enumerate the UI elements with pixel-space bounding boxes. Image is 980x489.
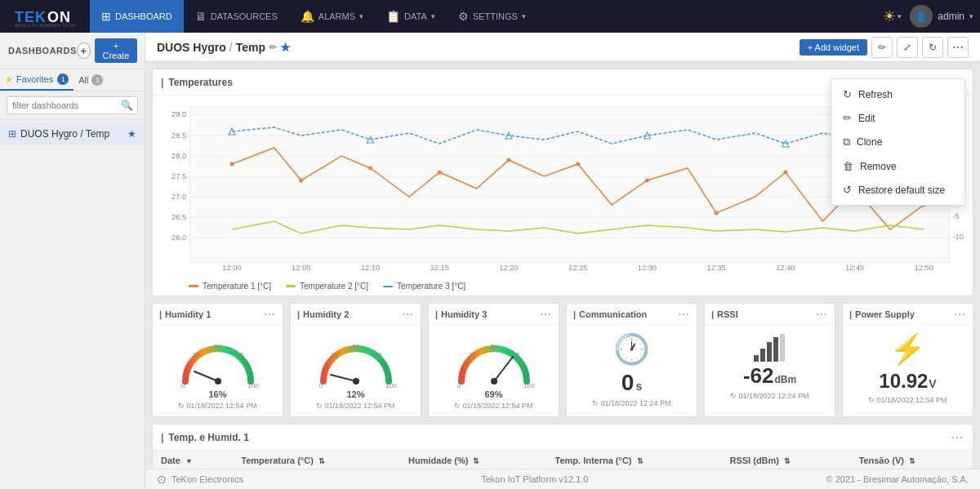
- edit-title-icon[interactable]: ✏: [269, 42, 277, 53]
- power-supply-menu-btn[interactable]: ⋯: [954, 308, 966, 321]
- svg-text:50: 50: [352, 343, 359, 350]
- humidity3-widget: | Humidity 3 ⋯: [428, 303, 559, 417]
- user-area[interactable]: 👤 admin ▾: [910, 5, 973, 28]
- humidity3-menu-btn[interactable]: ⋯: [540, 308, 552, 321]
- col-date[interactable]: Date ▼: [153, 451, 233, 469]
- communication-menu-btn[interactable]: ⋯: [678, 308, 690, 321]
- nav-item-alarms[interactable]: 🔔 ALARMS ▾: [289, 0, 375, 33]
- humidity1-widget: | Humidity 1 ⋯: [152, 303, 283, 417]
- gauges-row: | Humidity 1 ⋯: [152, 303, 973, 417]
- svg-rect-80: [780, 334, 785, 362]
- svg-text:75: 75: [236, 351, 243, 358]
- legend-temp2: Temperature 2 [°C]: [286, 282, 368, 291]
- svg-point-41: [438, 171, 442, 175]
- svg-text:12:10: 12:10: [361, 264, 380, 272]
- svg-text:100: 100: [385, 382, 397, 388]
- edit-dropdown-icon: ✏: [843, 112, 852, 124]
- humidity3-gauge: 0 25 50 75 100: [449, 332, 539, 388]
- remove-dropdown-icon: 🗑: [843, 160, 853, 172]
- list-item[interactable]: ⊞ DUOS Hygro / Temp ★: [0, 123, 145, 144]
- topbar-separator: /: [229, 41, 233, 54]
- svg-rect-76: [754, 355, 759, 362]
- humidity1-menu-btn[interactable]: ⋯: [264, 308, 276, 321]
- svg-point-61: [215, 378, 221, 385]
- svg-text:0: 0: [318, 382, 323, 388]
- svg-text:50: 50: [490, 343, 497, 350]
- nav-item-dashboard[interactable]: ⊞ DASHBOARD: [90, 0, 184, 33]
- refresh-btn[interactable]: ↻: [922, 37, 943, 58]
- table-menu-btn[interactable]: ⋯: [951, 429, 964, 445]
- datasources-label: DATASOURCES: [211, 11, 278, 21]
- add-widget-button[interactable]: + Add widget: [800, 39, 867, 56]
- sidebar: DASHBOARDS + + Create ★ Favorites 1 All …: [0, 33, 145, 489]
- footer-brand: ⊙ TeKon Electronics: [157, 473, 243, 486]
- clone-label: Clone: [857, 136, 882, 148]
- table-title: | Temp. e Humid. 1: [161, 432, 249, 443]
- col-temperatura[interactable]: Temperatura (°C) ⇅: [233, 451, 400, 469]
- search-icon: 🔍: [121, 100, 133, 111]
- settings-caret-icon: ▾: [522, 12, 526, 20]
- datasources-icon: 🖥: [195, 10, 207, 23]
- col-tensao[interactable]: Tensão (V) ⇅: [850, 451, 973, 469]
- footer: ⊙ TeKon Electronics Tekon IoT Platform v…: [145, 469, 980, 489]
- tab-favorites[interactable]: ★ Favorites 1: [0, 69, 74, 91]
- refresh-small-icon2: ↻: [316, 402, 323, 410]
- topbar: DUOS Hygro / Temp ✏ ★ + Add widget ✏ ⤢ ↻…: [145, 33, 980, 62]
- dropdown-item-edit[interactable]: ✏ Edit: [831, 106, 964, 130]
- brand-logo: TEK ON WIRELESS SENSORY TECHNOLOGY: [7, 6, 82, 27]
- col-humidade[interactable]: Humidade (%) ⇅: [400, 451, 546, 469]
- rssi-menu-btn[interactable]: ⋯: [816, 308, 828, 321]
- svg-text:100: 100: [523, 382, 535, 388]
- svg-text:29.0: 29.0: [172, 110, 186, 118]
- humidity2-gauge: 0 25 50 75 100: [311, 332, 401, 388]
- humidity1-content: 0 25 50 75 100 16% ↻ 01/18/2022 1: [153, 326, 283, 416]
- data-icon: 📋: [386, 10, 400, 23]
- dropdown-item-restore[interactable]: ↺ Restore default size: [831, 178, 964, 202]
- humidity2-value: 12%: [346, 389, 364, 399]
- dropdown-item-clone[interactable]: ⧉ Clone: [831, 130, 964, 154]
- dashboard-label: DASHBOARD: [115, 11, 172, 21]
- communication-timestamp: ↻ 01/18/2022 12:24 PM: [592, 399, 670, 407]
- topbar-star-icon[interactable]: ★: [280, 41, 291, 54]
- rssi-title: | RSSI: [711, 309, 738, 319]
- sidebar-add-btn[interactable]: +: [77, 42, 91, 59]
- topbar-main-title: DUOS Hygro: [157, 41, 226, 54]
- user-name: admin: [938, 11, 964, 22]
- dropdown-item-refresh[interactable]: ↻ Refresh: [831, 82, 964, 106]
- theme-icon: ☀: [883, 7, 896, 25]
- col-temp-interna[interactable]: Temp. Interna (°C) ⇅: [547, 451, 722, 469]
- humidity2-widget: | Humidity 2 ⋯: [290, 303, 421, 417]
- humidity3-header: | Humidity 3 ⋯: [429, 304, 559, 326]
- humidity2-menu-btn[interactable]: ⋯: [402, 308, 414, 321]
- filter-input[interactable]: [7, 96, 138, 114]
- theme-toggle[interactable]: ☀ ▾: [883, 7, 902, 25]
- svg-point-43: [576, 162, 580, 167]
- user-avatar: 👤: [910, 5, 933, 28]
- col-rssi[interactable]: RSSI (dBm) ⇅: [722, 451, 851, 469]
- footer-brand-label: TeKon Electronics: [172, 474, 243, 484]
- svg-text:0: 0: [180, 382, 185, 388]
- settings-icon: ⚙: [458, 10, 469, 23]
- svg-text:28.0: 28.0: [172, 152, 186, 160]
- favorites-badge: 1: [57, 73, 69, 85]
- nav-item-datasources[interactable]: 🖥 DATASOURCES: [184, 0, 289, 33]
- power-supply-title: | Power Supply: [849, 309, 915, 319]
- svg-line-67: [331, 375, 356, 381]
- nav-item-data[interactable]: 📋 DATA ▾: [375, 0, 447, 33]
- tab-all[interactable]: All 1: [74, 69, 145, 91]
- svg-rect-77: [760, 349, 765, 362]
- lightning-icon: ⚡: [889, 332, 926, 367]
- sidebar-list: ⊞ DUOS Hygro / Temp ★: [0, 120, 145, 148]
- topbar-title: DUOS Hygro / Temp ✏ ★: [157, 41, 291, 54]
- share-btn[interactable]: ⤢: [897, 37, 918, 58]
- power-value: 10.92V: [879, 370, 936, 393]
- edit-btn[interactable]: ✏: [871, 37, 893, 58]
- nav-item-settings[interactable]: ⚙ SETTINGS ▾: [447, 0, 537, 33]
- dropdown-menu: ↻ Refresh ✏ Edit ⧉ Clone 🗑 Remove ↺ Rest…: [831, 78, 965, 206]
- topbar-subtitle: Temp: [236, 41, 265, 54]
- dropdown-item-remove[interactable]: 🗑 Remove: [831, 154, 964, 178]
- refresh-label: Refresh: [858, 89, 893, 100]
- more-btn[interactable]: ⋯: [947, 37, 969, 58]
- sort-icon6: ⇅: [909, 457, 915, 465]
- create-button[interactable]: + Create: [95, 38, 137, 63]
